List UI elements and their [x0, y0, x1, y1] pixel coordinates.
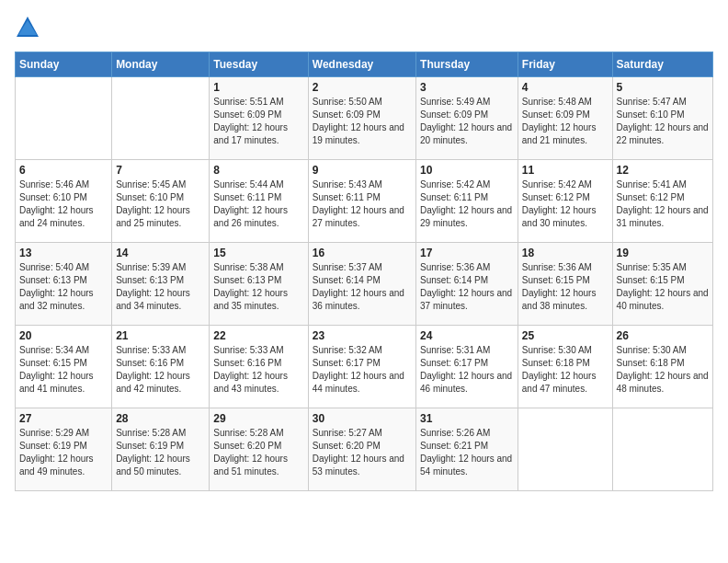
calendar-table: SundayMondayTuesdayWednesdayThursdayFrid… [15, 52, 713, 491]
day-info: Sunrise: 5:49 AM Sunset: 6:09 PM Dayligh… [420, 96, 514, 147]
day-cell: 9Sunrise: 5:43 AM Sunset: 6:11 PM Daylig… [308, 160, 415, 243]
day-number: 14 [116, 247, 205, 259]
day-info: Sunrise: 5:26 AM Sunset: 6:21 PM Dayligh… [420, 427, 514, 478]
day-info: Sunrise: 5:38 AM Sunset: 6:13 PM Dayligh… [213, 261, 303, 313]
day-number: 1 [213, 81, 303, 94]
day-info: Sunrise: 5:28 AM Sunset: 6:19 PM Dayligh… [116, 427, 205, 478]
day-number: 8 [213, 164, 303, 177]
day-number: 20 [19, 329, 108, 342]
day-info: Sunrise: 5:32 AM Sunset: 6:17 PM Dayligh… [313, 344, 412, 396]
day-cell [518, 408, 612, 491]
day-info: Sunrise: 5:29 AM Sunset: 6:19 PM Dayligh… [19, 427, 108, 478]
day-number: 28 [116, 412, 205, 425]
day-info: Sunrise: 5:33 AM Sunset: 6:16 PM Dayligh… [116, 344, 205, 396]
day-info: Sunrise: 5:47 AM Sunset: 6:10 PM Dayligh… [617, 96, 709, 147]
day-cell: 25Sunrise: 5:30 AM Sunset: 6:18 PM Dayli… [518, 326, 612, 408]
day-info: Sunrise: 5:31 AM Sunset: 6:17 PM Dayligh… [420, 344, 514, 396]
day-info: Sunrise: 5:40 AM Sunset: 6:13 PM Dayligh… [19, 261, 108, 313]
day-info: Sunrise: 5:41 AM Sunset: 6:12 PM Dayligh… [617, 178, 709, 230]
day-info: Sunrise: 5:43 AM Sunset: 6:11 PM Dayligh… [313, 178, 412, 230]
day-number: 13 [19, 247, 108, 259]
day-cell: 26Sunrise: 5:30 AM Sunset: 6:18 PM Dayli… [612, 326, 712, 408]
day-cell: 11Sunrise: 5:42 AM Sunset: 6:12 PM Dayli… [518, 160, 612, 243]
day-number: 26 [617, 329, 709, 342]
day-number: 23 [313, 329, 412, 342]
day-cell: 21Sunrise: 5:33 AM Sunset: 6:16 PM Dayli… [112, 326, 210, 408]
calendar-header-row: SundayMondayTuesdayWednesdayThursdayFrid… [16, 52, 713, 77]
svg-marker-1 [18, 20, 37, 35]
day-number: 12 [617, 164, 709, 177]
day-cell: 19Sunrise: 5:35 AM Sunset: 6:15 PM Dayli… [612, 243, 712, 326]
week-row-2: 6Sunrise: 5:46 AM Sunset: 6:10 PM Daylig… [16, 160, 713, 243]
header-sunday: Sunday [16, 52, 112, 77]
day-cell: 1Sunrise: 5:51 AM Sunset: 6:09 PM Daylig… [210, 77, 308, 160]
day-number: 31 [420, 412, 514, 425]
day-cell [612, 408, 712, 491]
day-number: 22 [213, 329, 303, 342]
day-cell: 18Sunrise: 5:36 AM Sunset: 6:15 PM Dayli… [518, 243, 612, 326]
header-friday: Friday [518, 52, 612, 77]
day-number: 11 [522, 164, 609, 177]
day-cell: 15Sunrise: 5:38 AM Sunset: 6:13 PM Dayli… [210, 243, 308, 326]
day-info: Sunrise: 5:28 AM Sunset: 6:20 PM Dayligh… [213, 427, 303, 478]
day-info: Sunrise: 5:36 AM Sunset: 6:14 PM Dayligh… [420, 261, 514, 313]
header-wednesday: Wednesday [308, 52, 415, 77]
day-cell: 22Sunrise: 5:33 AM Sunset: 6:16 PM Dayli… [210, 326, 308, 408]
day-cell: 31Sunrise: 5:26 AM Sunset: 6:21 PM Dayli… [416, 408, 518, 491]
day-cell: 23Sunrise: 5:32 AM Sunset: 6:17 PM Dayli… [308, 326, 415, 408]
week-row-4: 20Sunrise: 5:34 AM Sunset: 6:15 PM Dayli… [16, 326, 713, 408]
logo-icon [15, 15, 40, 40]
day-cell: 10Sunrise: 5:42 AM Sunset: 6:11 PM Dayli… [416, 160, 518, 243]
day-info: Sunrise: 5:33 AM Sunset: 6:16 PM Dayligh… [213, 344, 303, 396]
day-number: 29 [213, 412, 303, 425]
day-number: 16 [313, 247, 412, 259]
day-number: 10 [420, 164, 514, 177]
day-cell: 17Sunrise: 5:36 AM Sunset: 6:14 PM Dayli… [416, 243, 518, 326]
day-cell: 12Sunrise: 5:41 AM Sunset: 6:12 PM Dayli… [612, 160, 712, 243]
day-info: Sunrise: 5:45 AM Sunset: 6:10 PM Dayligh… [116, 178, 205, 230]
day-number: 18 [522, 247, 609, 259]
day-number: 5 [617, 81, 709, 94]
day-number: 27 [19, 412, 108, 425]
day-number: 7 [116, 164, 205, 177]
day-number: 9 [313, 164, 412, 177]
day-cell: 13Sunrise: 5:40 AM Sunset: 6:13 PM Dayli… [16, 243, 112, 326]
day-cell [112, 77, 210, 160]
day-cell: 24Sunrise: 5:31 AM Sunset: 6:17 PM Dayli… [416, 326, 518, 408]
day-cell [16, 77, 112, 160]
day-number: 21 [116, 329, 205, 342]
week-row-3: 13Sunrise: 5:40 AM Sunset: 6:13 PM Dayli… [16, 243, 713, 326]
day-cell: 7Sunrise: 5:45 AM Sunset: 6:10 PM Daylig… [112, 160, 210, 243]
day-info: Sunrise: 5:37 AM Sunset: 6:14 PM Dayligh… [313, 261, 412, 313]
day-number: 19 [617, 247, 709, 259]
day-info: Sunrise: 5:51 AM Sunset: 6:09 PM Dayligh… [213, 96, 303, 147]
logo [15, 15, 44, 40]
day-cell: 14Sunrise: 5:39 AM Sunset: 6:13 PM Dayli… [112, 243, 210, 326]
day-info: Sunrise: 5:34 AM Sunset: 6:15 PM Dayligh… [19, 344, 108, 396]
day-info: Sunrise: 5:42 AM Sunset: 6:11 PM Dayligh… [420, 178, 514, 230]
day-cell: 6Sunrise: 5:46 AM Sunset: 6:10 PM Daylig… [16, 160, 112, 243]
day-number: 30 [313, 412, 412, 425]
day-cell: 20Sunrise: 5:34 AM Sunset: 6:15 PM Dayli… [16, 326, 112, 408]
week-row-1: 1Sunrise: 5:51 AM Sunset: 6:09 PM Daylig… [16, 77, 713, 160]
day-info: Sunrise: 5:44 AM Sunset: 6:11 PM Dayligh… [213, 178, 303, 230]
day-info: Sunrise: 5:46 AM Sunset: 6:10 PM Dayligh… [19, 178, 108, 230]
page-header [15, 15, 713, 40]
day-number: 17 [420, 247, 514, 259]
day-number: 2 [313, 81, 412, 94]
day-number: 6 [19, 164, 108, 177]
day-cell: 29Sunrise: 5:28 AM Sunset: 6:20 PM Dayli… [210, 408, 308, 491]
day-cell: 5Sunrise: 5:47 AM Sunset: 6:10 PM Daylig… [612, 77, 712, 160]
day-number: 25 [522, 329, 609, 342]
day-info: Sunrise: 5:50 AM Sunset: 6:09 PM Dayligh… [313, 96, 412, 147]
day-info: Sunrise: 5:39 AM Sunset: 6:13 PM Dayligh… [116, 261, 205, 313]
day-info: Sunrise: 5:27 AM Sunset: 6:20 PM Dayligh… [313, 427, 412, 478]
day-cell: 3Sunrise: 5:49 AM Sunset: 6:09 PM Daylig… [416, 77, 518, 160]
day-info: Sunrise: 5:30 AM Sunset: 6:18 PM Dayligh… [522, 344, 609, 396]
day-number: 15 [213, 247, 303, 259]
day-number: 4 [522, 81, 609, 94]
header-thursday: Thursday [416, 52, 518, 77]
day-cell: 16Sunrise: 5:37 AM Sunset: 6:14 PM Dayli… [308, 243, 415, 326]
day-info: Sunrise: 5:42 AM Sunset: 6:12 PM Dayligh… [522, 178, 609, 230]
day-cell: 28Sunrise: 5:28 AM Sunset: 6:19 PM Dayli… [112, 408, 210, 491]
